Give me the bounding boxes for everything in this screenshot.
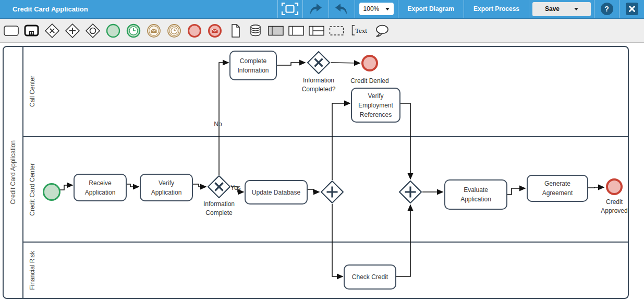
zoom-value: 100% — [363, 5, 380, 13]
svg-text:Text: Text — [355, 27, 367, 34]
exclusive-gateway-icon — [44, 23, 60, 39]
save-button-wrap: Save — [529, 0, 594, 18]
timer-start-event-icon — [126, 23, 141, 39]
tool-lane[interactable] — [288, 22, 305, 39]
shape-palette: Text — [0, 19, 644, 43]
tool-timer-start-event[interactable] — [125, 22, 142, 39]
tool-group[interactable] — [329, 22, 345, 39]
tool-pool[interactable] — [268, 22, 284, 39]
tool-subprocess[interactable] — [23, 22, 40, 39]
lane-label: Credit Card Center — [29, 163, 36, 216]
tool-end-event[interactable] — [186, 22, 203, 39]
tool-task[interactable] — [3, 22, 20, 39]
task-icon — [3, 23, 20, 39]
undo-button[interactable] — [329, 0, 355, 18]
label-yes: Yes — [230, 184, 246, 192]
label-information-completed: Information Completed? — [293, 76, 345, 94]
label-information-complete: Information Complete — [193, 200, 245, 218]
pool-with-lanes-icon — [308, 23, 325, 39]
end-event-icon — [187, 23, 202, 39]
inclusive-gateway-icon — [85, 23, 101, 39]
data-object-icon — [227, 23, 243, 39]
close-icon — [626, 3, 638, 15]
task-generate-agreement[interactable]: Generate Agreement — [527, 175, 588, 202]
tool-intermediate-message-event[interactable] — [145, 22, 162, 39]
message-intermediate-event-icon — [146, 23, 162, 39]
help-button[interactable]: ? — [594, 0, 619, 18]
pool-icon — [268, 23, 284, 39]
start-event-icon — [105, 23, 121, 39]
task-verify-application[interactable]: Verify Application — [140, 174, 193, 201]
parallel-gateway-icon — [65, 23, 80, 39]
fit-screen-button[interactable] — [277, 0, 302, 18]
task-complete-information[interactable]: Complete Information — [229, 51, 277, 80]
task-check-credit[interactable]: Check Credit — [344, 264, 396, 290]
save-button[interactable]: Save — [532, 2, 591, 16]
caret-down-icon — [385, 8, 390, 10]
redo-button[interactable] — [302, 0, 329, 18]
label-credit-denied: Credit Denied — [341, 77, 398, 86]
pool-header[interactable]: Credit Card Application — [4, 47, 23, 298]
end-event-credit-denied[interactable] — [361, 55, 378, 71]
timer-intermediate-event-icon — [166, 23, 182, 39]
title-bar: Credit Card Application 100% Export Diag… — [0, 0, 644, 19]
tool-data-store[interactable] — [247, 22, 264, 39]
fit-screen-icon — [281, 2, 299, 16]
callout-icon — [374, 23, 390, 39]
gateway-information-complete[interactable] — [207, 175, 231, 199]
save-label: Save — [545, 5, 560, 13]
text-annotation-icon: Text — [349, 23, 370, 39]
lane-icon — [288, 23, 305, 39]
gateway-parallel-split[interactable] — [320, 180, 344, 204]
app-title: Credit Card Application — [0, 0, 277, 18]
help-icon: ? — [601, 3, 613, 15]
tool-intermediate-timer-event[interactable] — [166, 22, 183, 39]
gateway-parallel-join[interactable] — [398, 180, 422, 204]
tool-exclusive-gateway[interactable] — [44, 22, 60, 39]
export-diagram-button[interactable]: Export Diagram — [398, 0, 464, 18]
redo-arrow-icon — [308, 3, 323, 15]
tool-pool-with-lanes[interactable] — [308, 22, 325, 39]
tool-annotation-callout[interactable] — [373, 22, 390, 39]
label-no: No — [211, 120, 225, 129]
task-verify-employment-references[interactable]: Verify Employment References — [351, 88, 400, 123]
task-evaluate-application[interactable]: Evaluate Application — [444, 179, 507, 210]
pool-label: Credit Card Application — [9, 140, 17, 204]
zoom-select-wrap: 100% — [355, 0, 398, 18]
lane-financial-risk[interactable]: Financial Risk — [23, 243, 628, 298]
tool-text-annotation[interactable]: Text — [349, 22, 370, 39]
group-icon — [329, 23, 345, 39]
start-event[interactable] — [43, 183, 60, 201]
zoom-select[interactable]: 100% — [359, 3, 394, 15]
export-process-button[interactable]: Export Process — [464, 0, 529, 18]
lane-label: Financial Risk — [29, 251, 36, 290]
message-end-event-icon — [207, 23, 223, 39]
task-update-database[interactable]: Update Database — [245, 180, 308, 204]
diagram-canvas[interactable]: Credit Card Application Call Center Cred… — [0, 43, 644, 301]
lane-label: Call Center — [29, 76, 36, 107]
data-store-icon — [248, 23, 263, 39]
caret-down-icon — [574, 8, 578, 10]
undo-arrow-icon — [334, 3, 349, 15]
subprocess-icon — [23, 23, 40, 39]
tool-message-end-event[interactable] — [206, 22, 223, 39]
tool-start-event[interactable] — [105, 22, 121, 39]
tool-inclusive-gateway[interactable] — [84, 22, 101, 39]
tool-parallel-gateway[interactable] — [64, 22, 81, 39]
close-button[interactable] — [619, 0, 644, 18]
label-credit-approved: Credit Approved — [596, 198, 633, 215]
end-event-credit-approved[interactable] — [606, 178, 623, 195]
tool-data-object[interactable] — [227, 22, 244, 39]
task-receive-application[interactable]: Receive Application — [74, 174, 127, 201]
gateway-information-completed[interactable] — [307, 51, 331, 75]
